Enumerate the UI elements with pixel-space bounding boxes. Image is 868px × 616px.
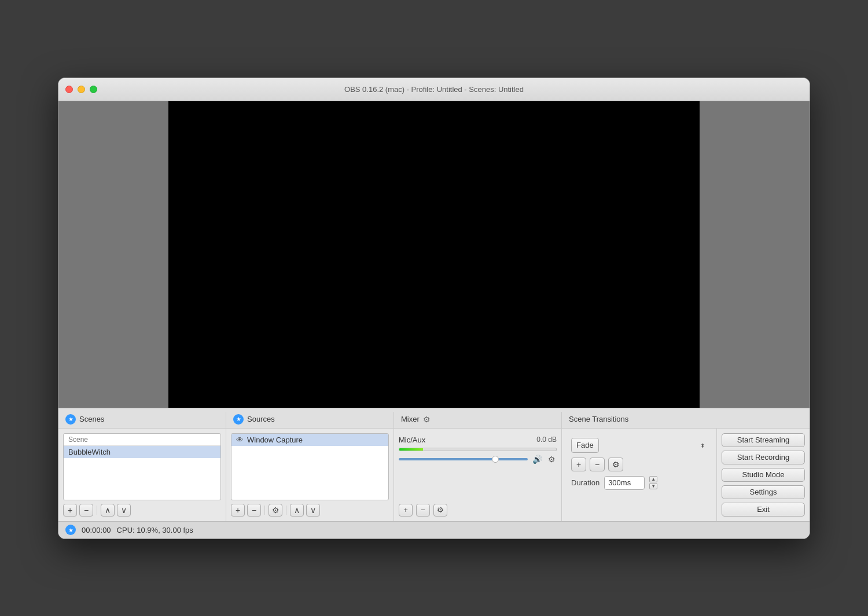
duration-down-button[interactable]: ▼ bbox=[649, 483, 657, 489]
mixer-level-meter bbox=[399, 448, 557, 451]
sources-toolbar: + − ⚙ ∧ ∨ bbox=[231, 504, 389, 517]
studio-mode-button[interactable]: Studio Mode bbox=[722, 468, 805, 482]
mixer-config-button[interactable]: ⚙ bbox=[433, 504, 447, 517]
scenes-label: Scenes bbox=[79, 415, 104, 423]
status-star-icon: ★ bbox=[65, 525, 76, 535]
exit-button[interactable]: Exit bbox=[722, 503, 805, 517]
sources-down-button[interactable]: ∨ bbox=[306, 504, 320, 517]
preview-area bbox=[58, 101, 810, 408]
mixer-channel-micaux: Mic/Aux 0.0 dB 🔊 ⚙ bbox=[399, 433, 557, 466]
transitions-panel-header: Scene Transitions bbox=[562, 412, 810, 428]
mixer-panel-header: Mixer ⚙ bbox=[394, 412, 562, 428]
mixer-toolbar: + − ⚙ bbox=[399, 504, 557, 517]
source-visibility-icon[interactable]: 👁 bbox=[236, 436, 244, 444]
scenes-remove-button[interactable]: − bbox=[79, 504, 93, 517]
status-cpu: CPU: 10.9%, 30.00 fps bbox=[117, 526, 193, 534]
scenes-toolbar: + − ∧ ∨ bbox=[63, 504, 221, 517]
start-recording-button[interactable]: Start Recording bbox=[722, 451, 805, 464]
mixer-remove-button[interactable]: − bbox=[416, 504, 430, 517]
mixer-mute-button[interactable]: 🔊 bbox=[531, 455, 543, 464]
scenes-add-button[interactable]: + bbox=[63, 504, 77, 517]
mixer-meter-fill bbox=[399, 448, 423, 451]
sources-star-icon: ★ bbox=[233, 414, 244, 425]
preview-right-sidebar bbox=[700, 101, 810, 408]
mixer-volume-thumb[interactable] bbox=[492, 456, 499, 463]
sources-section: 👁 Window Capture + − ⚙ ∧ ∨ bbox=[226, 429, 394, 521]
scenes-down-button[interactable]: ∨ bbox=[117, 504, 131, 517]
sources-remove-button[interactable]: − bbox=[247, 504, 261, 517]
obs-window: OBS 0.16.2 (mac) - Profile: Untitled - S… bbox=[58, 78, 810, 539]
sources-toolbar-separator bbox=[264, 506, 265, 515]
transition-type-select[interactable]: Fade bbox=[571, 438, 599, 453]
sources-label: Sources bbox=[247, 415, 275, 423]
sources-toolbar-separator2 bbox=[286, 506, 286, 515]
control-buttons-panel: Start Streaming Start Recording Studio M… bbox=[717, 429, 810, 521]
duration-up-button[interactable]: ▲ bbox=[649, 476, 657, 482]
transitions-middle-row: + − ⚙ bbox=[571, 458, 707, 471]
window-title: OBS 0.16.2 (mac) - Profile: Untitled - S… bbox=[344, 85, 524, 94]
mixer-label: Mixer bbox=[401, 415, 420, 423]
sources-list[interactable]: 👁 Window Capture bbox=[231, 433, 389, 500]
mixer-channel-header: Mic/Aux 0.0 dB bbox=[399, 436, 557, 444]
duration-label: Duration bbox=[571, 478, 599, 487]
window-controls bbox=[65, 86, 97, 93]
scenes-list-header: Scene bbox=[64, 434, 220, 446]
duration-row: Duration ▲ ▼ bbox=[571, 476, 707, 490]
mixer-gear-icon[interactable]: ⚙ bbox=[423, 415, 431, 424]
panel-headers: ★ Scenes ★ Sources Mixer ⚙ Scene Transit… bbox=[58, 408, 810, 429]
duration-spinner: ▲ ▼ bbox=[649, 476, 657, 489]
scenes-list[interactable]: Scene BubbleWitch bbox=[63, 433, 221, 500]
transition-remove-button[interactable]: − bbox=[590, 458, 605, 471]
mixer-section: Mic/Aux 0.0 dB 🔊 ⚙ bbox=[394, 429, 562, 521]
mixer-add-button[interactable]: + bbox=[399, 504, 413, 517]
panels-area: ★ Scenes ★ Sources Mixer ⚙ Scene Transit… bbox=[58, 408, 810, 521]
transition-add-button[interactable]: + bbox=[571, 458, 586, 471]
transitions-section: Fade ⬍ + − ⚙ Duration ▲ bbox=[562, 429, 717, 521]
maximize-button[interactable] bbox=[90, 86, 97, 93]
mixer-volume-slider[interactable] bbox=[399, 458, 528, 460]
transition-config-button[interactable]: ⚙ bbox=[608, 458, 623, 471]
status-time: 00:00:00 bbox=[82, 526, 111, 534]
scenes-up-button[interactable]: ∧ bbox=[101, 504, 115, 517]
settings-button[interactable]: Settings bbox=[722, 485, 805, 499]
panel-content: Scene BubbleWitch + − ∧ ∨ bbox=[58, 429, 810, 521]
mixer-channel-label: Mic/Aux bbox=[399, 436, 425, 444]
sources-up-button[interactable]: ∧ bbox=[290, 504, 304, 517]
titlebar: OBS 0.16.2 (mac) - Profile: Untitled - S… bbox=[58, 78, 810, 101]
preview-canvas bbox=[168, 101, 700, 408]
statusbar: ★ 00:00:00 CPU: 10.9%, 30.00 fps bbox=[58, 521, 810, 538]
sources-add-button[interactable]: + bbox=[231, 504, 245, 517]
duration-input[interactable] bbox=[604, 476, 645, 490]
transitions-label: Scene Transitions bbox=[569, 415, 628, 423]
sources-panel-header: ★ Sources bbox=[226, 412, 394, 428]
transitions-content: Fade ⬍ + − ⚙ Duration ▲ bbox=[567, 433, 712, 517]
minimize-button[interactable] bbox=[78, 86, 85, 93]
fade-select-wrapper: Fade ⬍ bbox=[571, 438, 707, 453]
scenes-section: Scene BubbleWitch + − ∧ ∨ bbox=[58, 429, 226, 521]
scene-item-bubblewitch[interactable]: BubbleWitch bbox=[64, 446, 220, 458]
scenes-star-icon: ★ bbox=[65, 414, 76, 425]
close-button[interactable] bbox=[65, 86, 73, 93]
preview-left-sidebar bbox=[58, 101, 168, 408]
scenes-toolbar-separator bbox=[97, 506, 97, 515]
select-arrow-icon: ⬍ bbox=[700, 442, 705, 448]
start-streaming-button[interactable]: Start Streaming bbox=[722, 433, 805, 447]
mixer-controls-row: 🔊 ⚙ bbox=[399, 455, 557, 464]
transitions-top-row: Fade ⬍ bbox=[571, 438, 707, 453]
source-item-window-capture[interactable]: 👁 Window Capture bbox=[231, 434, 388, 446]
sources-settings-button[interactable]: ⚙ bbox=[269, 504, 282, 517]
mixer-settings-button[interactable]: ⚙ bbox=[547, 455, 557, 464]
scenes-panel-header: ★ Scenes bbox=[58, 412, 226, 428]
mixer-channel-db: 0.0 dB bbox=[536, 436, 557, 444]
